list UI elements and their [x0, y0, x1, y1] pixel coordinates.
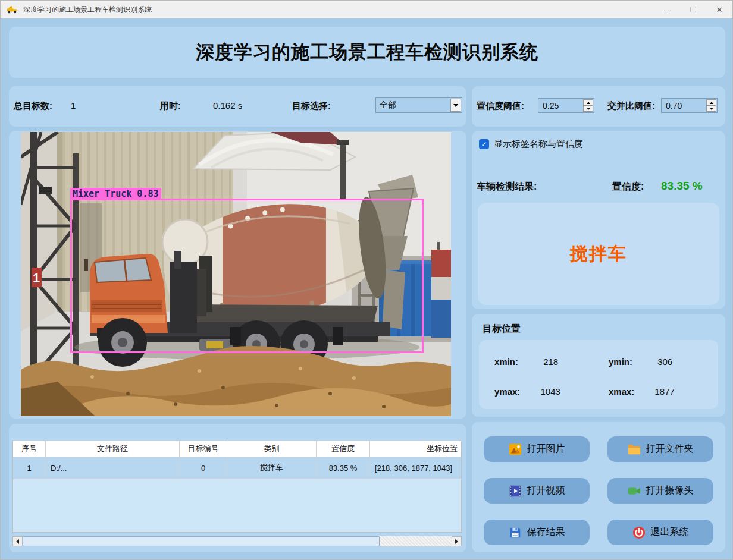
header-index: 序号	[13, 441, 46, 457]
detection-bounding-box	[70, 199, 424, 353]
header-target-id: 目标编号	[180, 441, 227, 457]
video-icon	[509, 485, 522, 498]
table-row[interactable]: 1 D:/... 0 搅拌车 83.35 % [218, 306, 1877, …	[13, 457, 462, 479]
total-targets-value: 1	[71, 100, 76, 111]
chevron-down-icon	[453, 104, 458, 107]
window-title: 深度学习的施工场景工程车检测识别系统	[23, 5, 152, 15]
ymin-label: ymin:	[609, 357, 632, 367]
maximize-button[interactable]	[680, 1, 706, 18]
scroll-right-icon	[455, 539, 458, 544]
iou-threshold-label: 交并比阈值:	[607, 100, 655, 112]
xmin-field: xmin: 218	[494, 357, 558, 367]
open-video-button[interactable]: 打开视频	[484, 478, 590, 504]
ymax-value: 1043	[541, 386, 560, 397]
cell-coordinates[interactable]: [218, 306, 1877, 1043]	[370, 457, 462, 479]
dropdown-arrow-button[interactable]	[450, 99, 461, 112]
target-position-panel: 目标位置 xmin: 218 ymin: 306 ymax: 1043 xmax…	[472, 314, 725, 417]
show-labels-checkbox-row[interactable]: ✓ 显示标签名称与置信度	[479, 139, 583, 150]
conf-spin-up-button[interactable]	[583, 99, 593, 106]
spin-up-icon	[587, 102, 590, 104]
header-coordinates: 坐标位置	[370, 441, 462, 457]
spin-down-icon	[710, 108, 713, 110]
results-table: 序号 文件路径 目标编号 类别 置信度 坐标位置 1 D:/... 0 搅拌车 …	[12, 441, 462, 533]
minimize-button[interactable]	[654, 1, 680, 18]
scrollbar-track[interactable]	[380, 536, 452, 546]
save-results-label: 保存结果	[527, 526, 565, 539]
result-class-box: 搅拌车	[478, 203, 719, 305]
confidence-value: 83.35 %	[661, 180, 703, 193]
header-file-path: 文件路径	[46, 441, 180, 457]
exit-system-label: 退出系统	[651, 526, 689, 539]
page-title: 深度学习的施工场景工程车检测识别系统	[196, 40, 538, 65]
open-folder-button[interactable]: 打开文件夹	[607, 436, 713, 462]
header-confidence: 置信度	[317, 441, 370, 457]
cell-file-path[interactable]: D:/...	[46, 457, 180, 479]
results-table-panel: 序号 文件路径 目标编号 类别 置信度 坐标位置 1 D:/... 0 搅拌车 …	[9, 424, 466, 552]
iou-threshold-value: 0.70	[666, 101, 682, 111]
cell-class[interactable]: 搅拌车	[227, 457, 317, 479]
xmax-label: xmax:	[609, 386, 634, 397]
open-image-label: 打开图片	[527, 443, 565, 455]
header-panel: 深度学习的施工场景工程车检测识别系统	[9, 27, 725, 78]
iou-threshold-spinbox[interactable]: 0.70	[661, 98, 718, 113]
image-icon	[509, 443, 522, 456]
target-select-value: 全部	[380, 100, 396, 111]
camera-icon	[628, 485, 641, 498]
iou-spin-down-button[interactable]	[706, 106, 716, 112]
save-icon	[509, 526, 522, 539]
maximize-icon	[690, 7, 696, 12]
params-panel: 置信度阈值: 0.25 交并比阈值: 0.70	[472, 86, 725, 127]
stats-panel: 总目标数: 1 用时: 0.162 s 目标选择: 全部	[9, 86, 466, 127]
detection-result-panel: ✓ 显示标签名称与置信度 车辆检测结果: 置信度: 83.35 % 搅拌车	[472, 131, 725, 309]
app-truck-icon	[7, 5, 18, 14]
xmax-value: 1877	[655, 386, 675, 397]
close-icon: ✕	[716, 5, 723, 14]
scroll-left-icon	[16, 539, 19, 544]
ymax-label: ymax:	[494, 386, 520, 397]
target-select-label: 目标选择:	[292, 100, 331, 112]
spin-up-icon	[710, 102, 713, 104]
pole-number-sign: 1	[33, 270, 40, 285]
detection-image: 1 Mixer Truck 0.83	[21, 132, 451, 416]
folder-icon	[628, 443, 641, 456]
scroll-left-button[interactable]	[12, 536, 23, 546]
iou-spin-up-button[interactable]	[706, 99, 716, 106]
vehicle-result-label: 车辆检测结果:	[477, 181, 537, 193]
cell-target-id[interactable]: 0	[180, 457, 227, 479]
app-window: 深度学习的施工场景工程车检测识别系统 ✕ 深度学习的施工场景工程车检测识别系统 …	[0, 0, 733, 560]
ymax-field: ymax: 1043	[494, 386, 560, 397]
ymin-value: 306	[657, 357, 672, 367]
horizontal-scrollbar[interactable]	[12, 536, 462, 546]
cell-index[interactable]: 1	[13, 457, 46, 479]
xmin-label: xmin:	[494, 357, 518, 367]
open-folder-label: 打开文件夹	[646, 443, 694, 455]
target-select-dropdown[interactable]: 全部	[375, 97, 462, 113]
save-results-button[interactable]: 保存结果	[484, 520, 590, 545]
image-viewer-panel: 1 Mixer Truck 0.83	[9, 131, 466, 419]
title-bar: 深度学习的施工场景工程车检测识别系统 ✕	[1, 1, 732, 18]
open-camera-label: 打开摄像头	[646, 485, 694, 497]
xmax-field: xmax: 1877	[609, 386, 675, 397]
show-labels-checkbox-label: 显示标签名称与置信度	[494, 139, 583, 150]
elapsed-time-value: 0.162 s	[213, 100, 242, 111]
scroll-right-button[interactable]	[452, 536, 462, 546]
conf-threshold-label: 置信度阈值:	[477, 100, 524, 112]
conf-spin-down-button[interactable]	[583, 106, 593, 112]
elapsed-time-label: 用时:	[160, 100, 181, 112]
cell-confidence[interactable]: 83.35 %	[317, 457, 370, 479]
table-header-row: 序号 文件路径 目标编号 类别 置信度 坐标位置	[13, 441, 462, 457]
checkbox-checked-icon[interactable]: ✓	[479, 139, 489, 149]
spin-down-icon	[587, 108, 590, 110]
confidence-label: 置信度:	[612, 181, 644, 193]
close-button[interactable]: ✕	[706, 1, 732, 18]
open-camera-button[interactable]: 打开摄像头	[607, 478, 713, 504]
minimize-icon	[664, 10, 671, 10]
exit-system-button[interactable]: 退出系统	[607, 520, 713, 545]
target-position-title: 目标位置	[483, 323, 521, 335]
conf-threshold-value: 0.25	[543, 101, 559, 111]
scrollbar-thumb[interactable]	[23, 536, 380, 546]
power-icon	[632, 526, 646, 539]
open-image-button[interactable]: 打开图片	[484, 436, 590, 462]
header-class: 类别	[227, 441, 317, 457]
conf-threshold-spinbox[interactable]: 0.25	[538, 98, 594, 113]
